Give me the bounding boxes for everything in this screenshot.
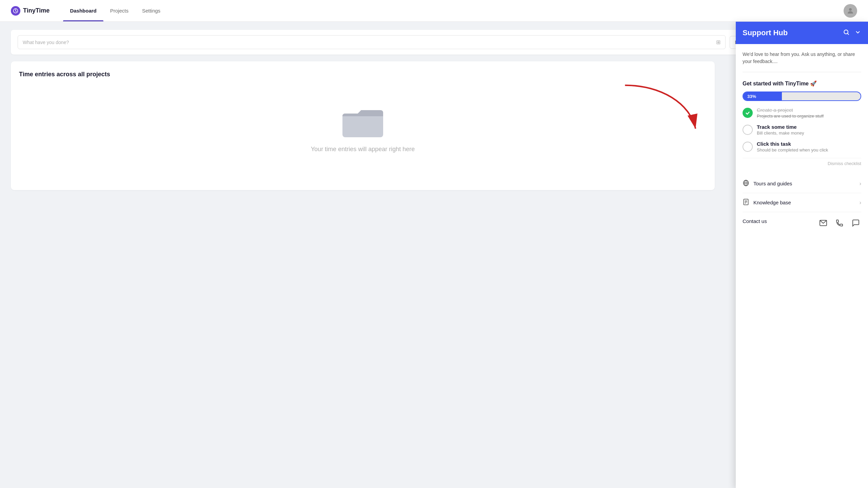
check-circle-done	[743, 108, 753, 118]
svg-line-2	[16, 11, 16, 12]
support-link-tours[interactable]: Tours and guides ›	[743, 174, 861, 193]
logo-icon	[11, 6, 20, 16]
email-icon[interactable]	[818, 218, 829, 228]
folder-icon	[342, 105, 383, 139]
logo[interactable]: TinyTime	[11, 6, 50, 16]
checklist-item-desc: Should be completed when you click	[757, 147, 828, 152]
chevron-down-icon[interactable]	[854, 29, 861, 37]
contact-icons	[818, 218, 861, 228]
calendar-icon: ⊞	[716, 39, 721, 45]
checklist-item-track-text: Track some time Bill clients, make money	[757, 124, 804, 136]
nav-projects[interactable]: Projects	[103, 0, 135, 21]
contact-us-label: Contact us	[743, 218, 767, 224]
checklist-item-title: Track some time	[757, 124, 804, 130]
panel-title: Time entries across all projects	[19, 71, 707, 78]
svg-point-6	[844, 30, 848, 34]
checklist-item-desc: Projects are used to organize stuff	[757, 114, 824, 119]
checklist-item-click-task[interactable]: Click this task Should be completed when…	[743, 141, 861, 152]
checklist-item-desc: Bill clients, make money	[757, 130, 804, 136]
dismiss-checklist[interactable]: Dismiss checklist	[743, 158, 861, 166]
task-input[interactable]: What have you done? ⊞	[18, 35, 726, 49]
checklist-item-title: Create a project	[757, 107, 824, 113]
chevron-right-icon: ›	[860, 200, 861, 206]
support-hub-actions	[843, 29, 861, 37]
support-link-knowledge[interactable]: Knowledge base ›	[743, 193, 861, 212]
task-placeholder: What have you done?	[23, 40, 69, 45]
support-hub-body: We'd love to hear from you. Ask us anyth…	[736, 44, 868, 488]
nav-settings[interactable]: Settings	[135, 0, 167, 21]
progress-bar-fill: 33%	[743, 92, 782, 100]
phone-icon[interactable]	[834, 218, 845, 228]
checklist-item-click-text: Click this task Should be completed when…	[757, 141, 828, 152]
check-circle-pending	[743, 142, 753, 152]
empty-state-text: Your time entries will appear right here	[311, 146, 415, 153]
progress-bar: 33%	[743, 92, 861, 101]
knowledge-icon	[743, 199, 749, 206]
chat-icon[interactable]	[850, 218, 861, 228]
time-entry-bar: What have you done? ⊞ No project ▾ 2022-…	[11, 30, 857, 55]
chevron-right-icon: ›	[860, 181, 861, 187]
svg-point-3	[849, 8, 852, 11]
navbar: TinyTime Dashboard Projects Settings	[0, 0, 868, 22]
support-hub-title: Support Hub	[743, 28, 788, 37]
search-icon[interactable]	[843, 29, 850, 37]
nav-dashboard[interactable]: Dashboard	[63, 0, 103, 21]
checklist-item-track-time[interactable]: Track some time Bill clients, make money	[743, 124, 861, 136]
checklist-item-create-project-text: Create a project Projects are used to or…	[757, 107, 824, 119]
nav-items: Dashboard Projects Settings	[63, 0, 167, 21]
contact-us-row: Contact us	[743, 212, 861, 234]
svg-rect-5	[342, 114, 383, 137]
tours-icon	[743, 180, 749, 187]
logo-text: TinyTime	[23, 7, 50, 14]
get-started-section: Get started with TinyTime 🚀 33% Create a…	[743, 80, 861, 166]
checklist-item-create-project[interactable]: Create a project Projects are used to or…	[743, 107, 861, 119]
time-entries-panel: Time entries across all projects Your ti…	[11, 61, 715, 190]
svg-line-7	[848, 34, 849, 35]
support-hub-header: Support Hub	[736, 22, 868, 44]
empty-state: Your time entries will appear right here	[19, 85, 707, 166]
get-started-title: Get started with TinyTime 🚀	[743, 80, 861, 87]
avatar[interactable]	[844, 4, 857, 18]
progress-label: 33%	[747, 94, 756, 99]
knowledge-label: Knowledge base	[753, 200, 791, 205]
checklist-item-title: Click this task	[757, 141, 828, 147]
tours-label: Tours and guides	[753, 181, 792, 186]
support-hub: Support Hub We'd love to hear from you. …	[736, 22, 868, 488]
support-intro: We'd love to hear from you. Ask us anyth…	[743, 51, 861, 72]
check-circle-pending	[743, 125, 753, 135]
